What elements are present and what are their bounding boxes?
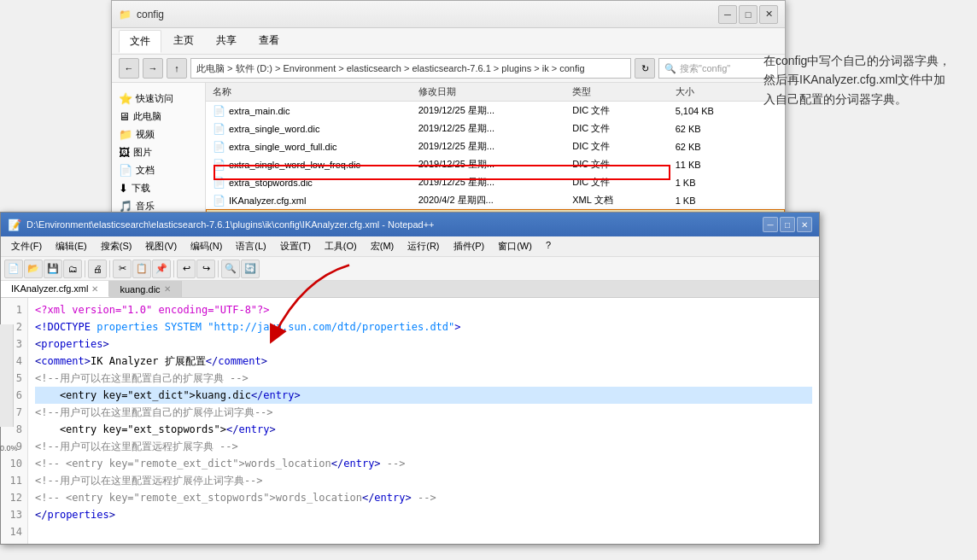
menu-language[interactable]: 语言(L): [229, 238, 272, 254]
menu-plugins[interactable]: 插件(P): [447, 238, 492, 254]
forward-button[interactable]: →: [143, 58, 163, 79]
column-size[interactable]: 大小: [676, 85, 778, 98]
sidebar-item-videos[interactable]: 📁 视频: [115, 125, 202, 143]
maximize-button[interactable]: □: [739, 5, 758, 24]
sidebar-item-quick-access[interactable]: ⭐ 快速访问: [115, 90, 202, 108]
file-row[interactable]: 📄 extra_single_word_full.dic 2019/12/25 …: [206, 137, 785, 155]
sidebar-item-documents[interactable]: 📄 文档: [115, 161, 202, 179]
code-line[interactable]: <!DOCTYPE properties SYSTEM "http://java…: [35, 318, 812, 335]
file-type: XML 文档: [572, 194, 675, 207]
menu-edit[interactable]: 编辑(E): [49, 238, 94, 254]
file-type: DIC 文件: [572, 176, 675, 189]
tab-ikanalyzer-close[interactable]: ✕: [91, 284, 98, 294]
file-row[interactable]: 📄 extra_single_word_low_freq.dic 2019/12…: [206, 155, 785, 173]
sidebar-item-this-pc[interactable]: 🖥 此电脑: [115, 108, 202, 125]
code-line[interactable]: <entry key="ext_stopwords"></entry>: [35, 421, 812, 438]
address-path[interactable]: 此电脑 > 软件 (D:) > Environment > elasticsea…: [190, 58, 631, 79]
close-button[interactable]: ✕: [759, 5, 778, 24]
toolbar-new[interactable]: 📄: [4, 260, 23, 278]
file-row[interactable]: 📄 IKAnalyzer.cfg.xml 2020/4/2 星期四... XML…: [206, 191, 785, 209]
menu-macro[interactable]: 宏(M): [364, 238, 401, 254]
tab-kuang[interactable]: kuang.dic ✕: [109, 281, 181, 297]
sidebar-documents-label: 文档: [136, 164, 155, 177]
toolbar-paste[interactable]: 📌: [152, 260, 171, 278]
file-date: 2019/12/25 星期...: [418, 176, 573, 189]
column-type[interactable]: 类型: [572, 85, 675, 98]
back-button[interactable]: ←: [119, 58, 139, 79]
code-line[interactable]: <properties>: [35, 335, 812, 353]
toolbar-print[interactable]: 🖨: [88, 260, 107, 278]
toolbar-save-all[interactable]: 🗂: [63, 260, 82, 278]
menu-file[interactable]: 文件(F): [4, 238, 49, 254]
file-row[interactable]: 📄 extra_single_word.dic 2019/12/25 星期...…: [206, 120, 785, 137]
code-line[interactable]: <?xml version="1.0" encoding="UTF-8"?>: [35, 301, 812, 318]
code-line[interactable]: <!-- <entry key="remote_ext_stopwords">w…: [35, 489, 812, 506]
file-date: 2019/12/25 星期...: [418, 140, 573, 153]
toolbar-replace[interactable]: 🔄: [241, 260, 260, 278]
toolbar-open[interactable]: 📂: [24, 260, 43, 278]
menu-settings[interactable]: 设置(T): [273, 238, 318, 254]
file-name-cell: 📄 extra_main.dic: [213, 105, 418, 117]
code-line[interactable]: <entry key="ext_dict">kuang.dic</entry>: [35, 387, 812, 404]
sidebar-item-pictures[interactable]: 🖼 图片: [115, 143, 202, 161]
file-size: 1 KB: [676, 178, 778, 188]
code-line[interactable]: <!--用户可以在这里配置自己的扩展停止词字典-->: [35, 404, 812, 421]
toolbar-cut[interactable]: ✂: [113, 260, 132, 278]
toolbar-redo[interactable]: ↪: [196, 260, 215, 278]
file-icon: 📄: [213, 159, 225, 171]
notepad-menu: 文件(F) 编辑(E) 搜索(S) 视图(V) 编码(N) 语言(L) 设置(T…: [1, 236, 819, 257]
menu-run[interactable]: 运行(R): [401, 238, 446, 254]
ribbon-tab-share[interactable]: 共享: [206, 30, 247, 52]
code-line[interactable]: </properties>: [35, 506, 812, 523]
toolbar-save[interactable]: 💾: [44, 260, 62, 278]
annotation-box: 在config中写个自己的分词器字典，然后再IKAnalyzer.cfg.xml…: [763, 51, 951, 108]
code-area: 1234567891011121314 <?xml version="1.0" …: [1, 298, 819, 544]
toolbar-copy[interactable]: 📋: [132, 260, 151, 278]
code-line[interactable]: <!--用户可以在这里配置远程扩展字典 -->: [35, 438, 812, 455]
menu-view[interactable]: 视图(V): [138, 238, 184, 254]
file-name: extra_stopwords.dic: [229, 178, 313, 188]
file-icon: 📄: [213, 141, 225, 153]
video-icon: 📁: [119, 128, 132, 141]
code-content[interactable]: <?xml version="1.0" encoding="UTF-8"?><!…: [28, 298, 819, 544]
notepad-tabs: IKAnalyzer.cfg.xml ✕ kuang.dic ✕: [1, 281, 819, 298]
sidebar-item-downloads[interactable]: ⬇ 下载: [115, 179, 202, 197]
file-name-cell: 📄 extra_single_word_low_freq.dic: [213, 159, 418, 171]
file-row[interactable]: 📄 extra_stopwords.dic 2019/12/25 星期... D…: [206, 173, 785, 191]
minimize-button[interactable]: ─: [718, 5, 737, 24]
file-row[interactable]: 📄 extra_main.dic 2019/12/25 星期... DIC 文件…: [206, 102, 785, 120]
up-button[interactable]: ↑: [167, 58, 187, 79]
address-bar: ← → ↑ 此电脑 > 软件 (D:) > Environment > elas…: [112, 55, 785, 83]
tab-ikanalyzer[interactable]: IKAnalyzer.cfg.xml ✕: [1, 281, 109, 297]
toolbar-find[interactable]: 🔍: [221, 260, 240, 278]
search-placeholder: 搜索"config": [680, 62, 730, 75]
ribbon-tab-home[interactable]: 主页: [163, 30, 204, 52]
menu-tools[interactable]: 工具(O): [318, 238, 364, 254]
toolbar-sep4: [218, 260, 219, 277]
search-box[interactable]: 🔍 搜索"config": [658, 58, 778, 79]
ribbon-tab-view[interactable]: 查看: [249, 30, 290, 52]
menu-search[interactable]: 搜索(S): [94, 238, 139, 254]
code-line[interactable]: <!--用户可以在这里配置自己的扩展字典 -->: [35, 370, 812, 387]
column-date[interactable]: 修改日期: [418, 85, 573, 98]
menu-help[interactable]: ?: [539, 238, 558, 254]
notepad-close[interactable]: ✕: [797, 217, 812, 232]
left-margin: [0, 324, 14, 427]
sidebar-quick-access-label: 快速访问: [136, 92, 173, 105]
code-line[interactable]: <!-- <entry key="remote_ext_dict">words_…: [35, 455, 812, 472]
toolbar-undo[interactable]: ↩: [177, 260, 196, 278]
notepad-minimize[interactable]: ─: [763, 217, 778, 232]
notepad-maximize[interactable]: □: [780, 217, 795, 232]
code-line[interactable]: <comment>IK Analyzer 扩展配置</comment>: [35, 353, 812, 370]
toolbar-sep2: [109, 260, 110, 277]
code-line[interactable]: [35, 523, 812, 540]
menu-window[interactable]: 窗口(W): [491, 238, 539, 254]
sidebar-pictures-label: 图片: [133, 146, 152, 159]
column-name[interactable]: 名称: [213, 85, 418, 98]
tab-kuang-close[interactable]: ✕: [164, 284, 171, 294]
ribbon-tab-file[interactable]: 文件: [119, 30, 161, 53]
refresh-button[interactable]: ↻: [635, 58, 655, 79]
menu-encoding[interactable]: 编码(N): [184, 238, 229, 254]
code-line[interactable]: <!--用户可以在这里配置远程扩展停止词字典-->: [35, 472, 812, 489]
notepad-toolbar: 📄 📂 💾 🗂 🖨 ✂ 📋 📌 ↩ ↪ 🔍 🔄: [1, 257, 819, 281]
